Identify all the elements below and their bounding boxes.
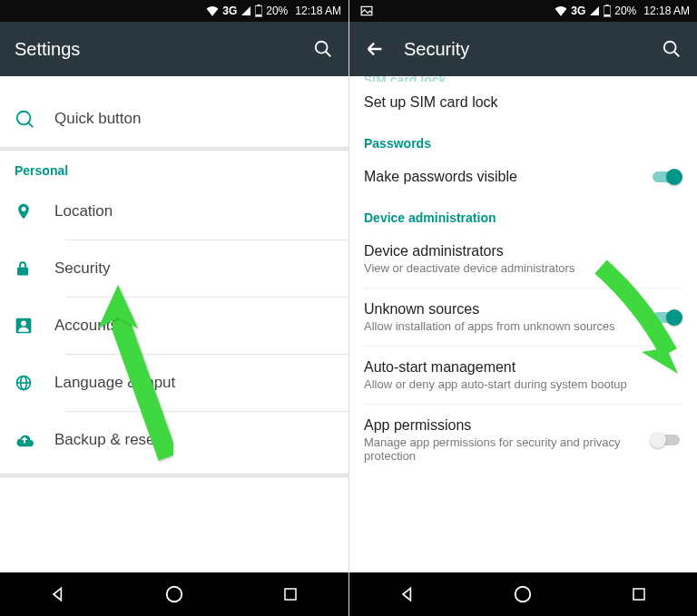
language-label: Language & input	[54, 374, 175, 392]
item-app-permissions[interactable]: App permissions Manage app permissions f…	[349, 405, 697, 475]
svg-point-14	[167, 587, 182, 602]
svg-rect-18	[606, 5, 609, 6]
item-sim-lock[interactable]: Set up SIM card lock	[349, 82, 697, 123]
perm-title: App permissions	[364, 417, 682, 434]
clock: 12:18 AM	[643, 5, 690, 17]
page-title: Settings	[15, 39, 312, 60]
svg-rect-15	[285, 589, 296, 600]
page-title-security: Security	[404, 39, 661, 60]
screenshot-icon	[357, 5, 373, 16]
item-device-admins[interactable]: Device administrators View or deactivate…	[349, 230, 697, 288]
autostart-title: Auto-start management	[364, 359, 682, 376]
section-divider-2	[0, 474, 348, 477]
appbar-security: Security	[349, 22, 697, 76]
accounts-label: Accounts	[54, 317, 118, 335]
security-label: Security	[54, 259, 110, 278]
search-icon[interactable]	[312, 38, 334, 60]
backup-icon	[15, 432, 54, 448]
row-accounts[interactable]: Accounts	[0, 298, 348, 354]
status-bar-2: 3G 20% 12:18 AM	[349, 0, 697, 22]
toggle-unknown-sources[interactable]	[650, 308, 682, 327]
nav-recent-icon[interactable]	[280, 583, 301, 605]
svg-rect-19	[604, 15, 610, 16]
network-label: 3G	[571, 5, 585, 17]
accounts-icon	[15, 317, 54, 335]
svg-point-20	[664, 42, 676, 54]
settings-list: Quick button Personal Location Security …	[0, 76, 348, 572]
perm-subtitle: Manage app permissions for security and …	[364, 435, 682, 463]
subheader-device-admin: Device administration	[349, 198, 697, 230]
toggle-passwords-visible[interactable]	[650, 168, 682, 186]
android-navbar	[0, 572, 348, 616]
svg-line-6	[29, 123, 34, 128]
row-security[interactable]: Security	[0, 240, 348, 297]
battery-icon	[255, 5, 262, 17]
back-icon[interactable]	[364, 38, 386, 60]
svg-rect-24	[633, 589, 644, 600]
backup-label: Backup & reset	[54, 431, 159, 449]
svg-point-5	[17, 112, 31, 125]
unknown-title: Unknown sources	[364, 301, 682, 318]
nav-recent-icon[interactable]	[628, 583, 650, 605]
signal-icon	[241, 5, 251, 16]
location-label: Location	[54, 202, 113, 220]
row-backup[interactable]: Backup & reset	[0, 412, 348, 468]
signal-icon	[589, 5, 600, 16]
device-admins-subtitle: View or deactivate device administrators	[364, 261, 682, 275]
svg-rect-1	[258, 5, 260, 6]
item-autostart[interactable]: Auto-start management Allow or deny app …	[349, 347, 697, 404]
wifi-icon	[555, 5, 567, 16]
appbar-settings: Settings	[0, 22, 348, 76]
android-navbar-2	[349, 572, 697, 616]
subheader-personal: Personal	[0, 151, 348, 183]
svg-point-9	[21, 321, 26, 327]
globe-icon	[15, 374, 54, 392]
network-label: 3G	[222, 5, 237, 17]
pane-settings: 3G 20% 12:18 AM Settings Quick button Pe…	[0, 0, 348, 616]
location-icon	[15, 201, 54, 221]
search-icon[interactable]	[661, 38, 682, 60]
passwords-visible-label: Make passwords visible	[364, 169, 682, 185]
clock: 12:18 AM	[295, 5, 341, 17]
status-bar: 3G 20% 12:18 AM	[0, 0, 348, 22]
nav-back-icon[interactable]	[397, 583, 418, 605]
nav-home-icon[interactable]	[163, 583, 185, 605]
pane-security: 3G 20% 12:18 AM Security SIM card lock S…	[348, 0, 697, 616]
row-quick-button[interactable]: Quick button	[0, 91, 348, 147]
item-passwords-visible[interactable]: Make passwords visible	[349, 156, 697, 198]
svg-line-4	[326, 52, 331, 57]
wifi-icon	[206, 5, 219, 16]
battery-icon	[604, 5, 611, 17]
row-location[interactable]: Location	[0, 183, 348, 240]
svg-line-21	[674, 52, 680, 57]
security-list: SIM card lock Set up SIM card lock Passw…	[349, 76, 697, 572]
battery-pct: 20%	[614, 5, 636, 17]
svg-rect-2	[256, 15, 261, 16]
quick-label: Quick button	[54, 110, 141, 128]
unknown-subtitle: Allow installation of apps from unknown …	[364, 319, 682, 333]
item-unknown-sources[interactable]: Unknown sources Allow installation of ap…	[349, 288, 697, 346]
svg-point-23	[515, 587, 531, 602]
battery-pct: 20%	[266, 5, 288, 17]
subheader-passwords: Passwords	[349, 123, 697, 156]
quick-icon	[15, 109, 54, 129]
toggle-app-permissions[interactable]	[650, 431, 682, 449]
device-admins-title: Device administrators	[364, 243, 682, 259]
autostart-subtitle: Allow or deny app auto-start during syst…	[364, 377, 682, 391]
nav-back-icon[interactable]	[47, 583, 69, 605]
svg-point-3	[316, 42, 328, 54]
sim-lock-label: Set up SIM card lock	[364, 94, 682, 111]
lock-icon	[15, 259, 54, 279]
svg-rect-7	[17, 268, 28, 276]
row-language[interactable]: Language & input	[0, 355, 348, 411]
nav-home-icon[interactable]	[512, 583, 534, 605]
